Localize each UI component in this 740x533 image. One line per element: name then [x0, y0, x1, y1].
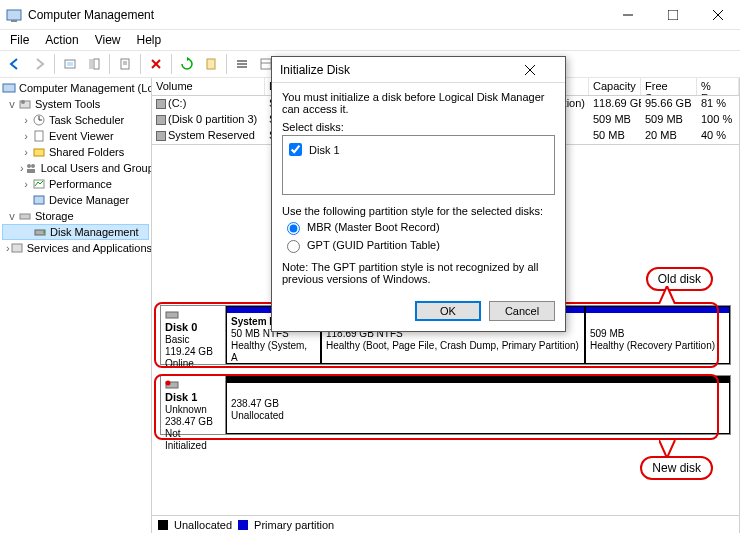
ok-button[interactable]: OK — [415, 301, 481, 321]
svg-rect-8 — [89, 59, 93, 69]
tree-shared[interactable]: ›Shared Folders — [2, 144, 149, 160]
svg-rect-27 — [35, 131, 43, 141]
menubar: File Action View Help — [0, 30, 740, 50]
properties-button[interactable] — [114, 53, 136, 75]
close-button[interactable] — [695, 0, 740, 29]
cancel-button[interactable]: Cancel — [489, 301, 555, 321]
svg-rect-3 — [668, 10, 678, 20]
window-title: Computer Management — [28, 8, 154, 22]
nav-tree: Computer Management (Local vSystem Tools… — [0, 78, 152, 533]
col-freespace[interactable]: Free Space — [641, 78, 697, 95]
svg-rect-15 — [207, 59, 215, 69]
callout-old-disk: Old disk — [646, 267, 713, 291]
titlebar: Computer Management — [0, 0, 740, 30]
tree-storage[interactable]: vStorage — [2, 208, 149, 224]
menu-file[interactable]: File — [4, 32, 35, 48]
dialog-close-button[interactable] — [525, 65, 565, 75]
tree-users[interactable]: ›Local Users and Groups — [2, 160, 149, 176]
dialog-titlebar: Initialize Disk — [272, 57, 565, 83]
tree-event[interactable]: ›Event Viewer — [2, 128, 149, 144]
svg-rect-31 — [27, 169, 35, 173]
dialog-note: Note: The GPT partition style is not rec… — [282, 261, 555, 285]
svg-point-30 — [31, 164, 35, 168]
settings-button[interactable] — [200, 53, 222, 75]
callout-tail-icon — [659, 440, 679, 458]
back-button[interactable] — [4, 53, 26, 75]
svg-rect-0 — [7, 10, 21, 20]
legend-unallocated: Unallocated — [174, 519, 232, 531]
disk-list[interactable]: Disk 1 — [282, 135, 555, 195]
svg-rect-21 — [3, 84, 15, 92]
dialog-message: You must initialize a disk before Logica… — [282, 91, 555, 115]
col-volume[interactable]: Volume — [152, 78, 265, 95]
callout-new-disk: New disk — [640, 456, 713, 480]
radio-gpt[interactable]: GPT (GUID Partition Table) — [282, 237, 555, 253]
app-icon — [6, 7, 22, 23]
up-button[interactable] — [59, 53, 81, 75]
menu-help[interactable]: Help — [131, 32, 168, 48]
tree-diskmgmt[interactable]: Disk Management — [2, 224, 149, 240]
minimize-button[interactable] — [605, 0, 650, 29]
svg-rect-9 — [94, 59, 99, 69]
maximize-button[interactable] — [650, 0, 695, 29]
svg-rect-17 — [237, 63, 247, 65]
show-hide-button[interactable] — [83, 53, 105, 75]
tree-root[interactable]: Computer Management (Local — [2, 80, 149, 96]
tree-perf[interactable]: ›Performance — [2, 176, 149, 192]
svg-point-23 — [21, 100, 25, 104]
menu-action[interactable]: Action — [39, 32, 84, 48]
radio-mbr[interactable]: MBR (Master Boot Record) — [282, 219, 555, 235]
dialog-title: Initialize Disk — [280, 63, 350, 77]
select-disks-label: Select disks: — [282, 121, 555, 133]
svg-rect-33 — [34, 196, 44, 204]
col-capacity[interactable]: Capacity — [589, 78, 641, 95]
svg-rect-34 — [20, 214, 30, 219]
tree-task[interactable]: ›Task Scheduler — [2, 112, 149, 128]
svg-rect-1 — [11, 20, 17, 22]
initialize-disk-dialog: Initialize Disk You must initialize a di… — [271, 56, 566, 332]
partition-style-label: Use the following partition style for th… — [282, 205, 555, 217]
delete-button[interactable] — [145, 53, 167, 75]
menu-view[interactable]: View — [89, 32, 127, 48]
svg-rect-16 — [237, 60, 247, 62]
svg-rect-18 — [237, 66, 247, 68]
forward-button[interactable] — [28, 53, 50, 75]
svg-rect-37 — [12, 244, 22, 252]
svg-point-29 — [27, 164, 31, 168]
svg-rect-19 — [261, 59, 271, 69]
legend-primary: Primary partition — [254, 519, 334, 531]
col-pctfree[interactable]: % Free — [697, 78, 739, 95]
svg-rect-28 — [34, 149, 44, 156]
svg-rect-7 — [67, 62, 73, 66]
callout-new-disk-box — [154, 374, 719, 440]
callout-tail-icon — [659, 286, 679, 304]
disk1-checkbox[interactable]: Disk 1 — [285, 140, 552, 159]
tree-systools[interactable]: vSystem Tools — [2, 96, 149, 112]
tree-devmgr[interactable]: Device Manager — [2, 192, 149, 208]
legend: Unallocated Primary partition — [152, 515, 739, 533]
list-button[interactable] — [231, 53, 253, 75]
tree-services[interactable]: ›Services and Applications — [2, 240, 149, 256]
svg-point-36 — [43, 231, 45, 233]
refresh-button[interactable] — [176, 53, 198, 75]
